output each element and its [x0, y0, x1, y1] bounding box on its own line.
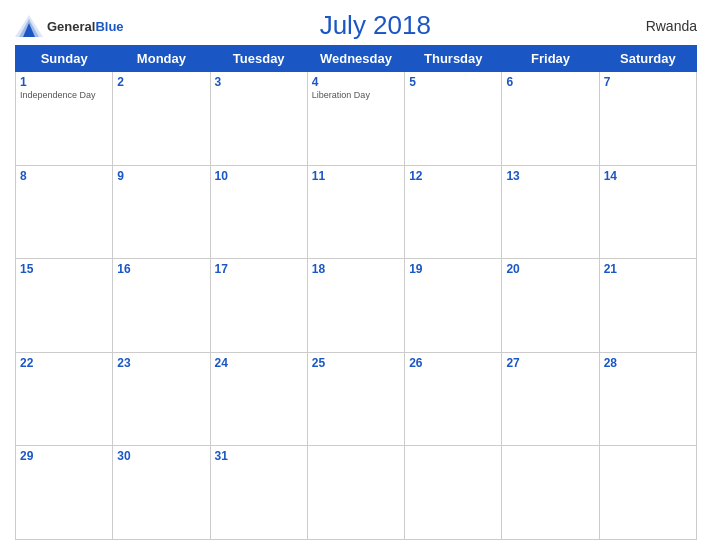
- calendar-table: Sunday Monday Tuesday Wednesday Thursday…: [15, 45, 697, 540]
- day-cell: [405, 446, 502, 540]
- day-cell: [599, 446, 696, 540]
- day-number: 2: [117, 75, 205, 89]
- col-monday: Monday: [113, 46, 210, 72]
- day-cell: 26: [405, 352, 502, 446]
- day-number: 24: [215, 356, 303, 370]
- day-number: 10: [215, 169, 303, 183]
- week-row-5: 293031: [16, 446, 697, 540]
- day-number: 23: [117, 356, 205, 370]
- day-cell: 16: [113, 259, 210, 353]
- day-cell: 21: [599, 259, 696, 353]
- day-number: 21: [604, 262, 692, 276]
- day-number: 7: [604, 75, 692, 89]
- country-label: Rwanda: [627, 18, 697, 34]
- col-wednesday: Wednesday: [307, 46, 404, 72]
- col-friday: Friday: [502, 46, 599, 72]
- week-row-2: 891011121314: [16, 165, 697, 259]
- day-cell: 17: [210, 259, 307, 353]
- day-number: 5: [409, 75, 497, 89]
- day-number: 27: [506, 356, 594, 370]
- day-cell: 24: [210, 352, 307, 446]
- logo: GeneralBlue: [15, 15, 124, 37]
- day-number: 9: [117, 169, 205, 183]
- day-number: 20: [506, 262, 594, 276]
- day-number: 16: [117, 262, 205, 276]
- day-cell: 28: [599, 352, 696, 446]
- day-number: 22: [20, 356, 108, 370]
- day-cell: 14: [599, 165, 696, 259]
- day-cell: 30: [113, 446, 210, 540]
- day-cell: 1Independence Day: [16, 72, 113, 166]
- logo-text: GeneralBlue: [47, 17, 124, 35]
- day-number: 30: [117, 449, 205, 463]
- day-number: 17: [215, 262, 303, 276]
- week-row-3: 15161718192021: [16, 259, 697, 353]
- col-sunday: Sunday: [16, 46, 113, 72]
- day-cell: 8: [16, 165, 113, 259]
- day-number: 25: [312, 356, 400, 370]
- day-cell: 25: [307, 352, 404, 446]
- day-cell: [502, 446, 599, 540]
- day-number: 19: [409, 262, 497, 276]
- col-saturday: Saturday: [599, 46, 696, 72]
- day-number: 6: [506, 75, 594, 89]
- day-number: 18: [312, 262, 400, 276]
- day-cell: [307, 446, 404, 540]
- day-number: 31: [215, 449, 303, 463]
- day-cell: 18: [307, 259, 404, 353]
- day-number: 1: [20, 75, 108, 89]
- day-cell: 20: [502, 259, 599, 353]
- day-cell: 12: [405, 165, 502, 259]
- holiday-label: Liberation Day: [312, 90, 400, 101]
- day-number: 29: [20, 449, 108, 463]
- day-cell: 29: [16, 446, 113, 540]
- day-number: 28: [604, 356, 692, 370]
- week-row-4: 22232425262728: [16, 352, 697, 446]
- day-cell: 4Liberation Day: [307, 72, 404, 166]
- day-number: 13: [506, 169, 594, 183]
- col-tuesday: Tuesday: [210, 46, 307, 72]
- month-title: July 2018: [124, 10, 627, 41]
- day-number: 12: [409, 169, 497, 183]
- day-number: 4: [312, 75, 400, 89]
- holiday-label: Independence Day: [20, 90, 108, 101]
- logo-icon: [15, 15, 43, 37]
- calendar-body: 1Independence Day234Liberation Day567891…: [16, 72, 697, 540]
- top-header: GeneralBlue July 2018 Rwanda: [15, 10, 697, 41]
- day-cell: 19: [405, 259, 502, 353]
- day-cell: 7: [599, 72, 696, 166]
- day-cell: 6: [502, 72, 599, 166]
- day-cell: 10: [210, 165, 307, 259]
- header-row: Sunday Monday Tuesday Wednesday Thursday…: [16, 46, 697, 72]
- day-cell: 13: [502, 165, 599, 259]
- day-number: 14: [604, 169, 692, 183]
- day-number: 26: [409, 356, 497, 370]
- day-number: 11: [312, 169, 400, 183]
- day-cell: 23: [113, 352, 210, 446]
- week-row-1: 1Independence Day234Liberation Day567: [16, 72, 697, 166]
- day-cell: 11: [307, 165, 404, 259]
- day-cell: 3: [210, 72, 307, 166]
- day-cell: 9: [113, 165, 210, 259]
- day-number: 8: [20, 169, 108, 183]
- day-cell: 31: [210, 446, 307, 540]
- day-number: 15: [20, 262, 108, 276]
- day-number: 3: [215, 75, 303, 89]
- day-cell: 5: [405, 72, 502, 166]
- day-cell: 15: [16, 259, 113, 353]
- day-cell: 22: [16, 352, 113, 446]
- day-cell: 27: [502, 352, 599, 446]
- calendar-header: Sunday Monday Tuesday Wednesday Thursday…: [16, 46, 697, 72]
- col-thursday: Thursday: [405, 46, 502, 72]
- day-cell: 2: [113, 72, 210, 166]
